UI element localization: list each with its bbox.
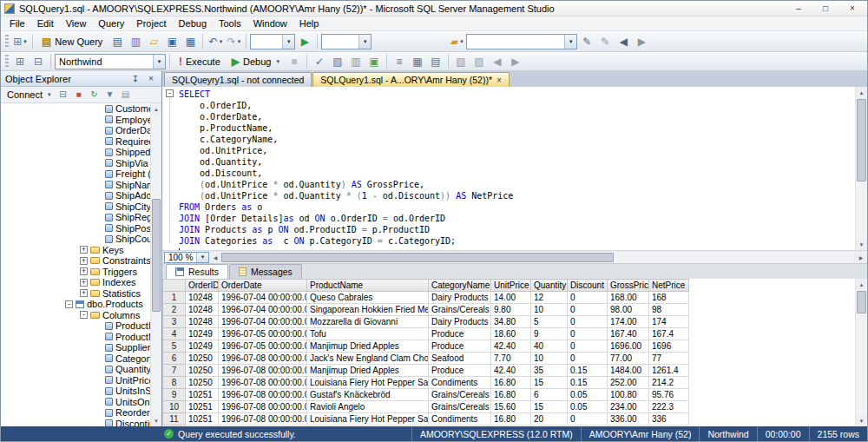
find-icon[interactable]: ✎ (578, 33, 595, 50)
grid-cell[interactable]: 1996-07-05 00:00:00.000 (219, 328, 307, 340)
dropdown-caret-icon[interactable]: ▾ (196, 253, 208, 262)
grid-cell[interactable]: 1261.4 (649, 365, 689, 377)
scroll-right-icon[interactable]: ▶ (855, 252, 867, 263)
menu-edit[interactable]: Edit (31, 17, 60, 30)
tree-item[interactable]: ShipCountry (1, 234, 150, 245)
navigate-forward-icon[interactable]: ▶ (633, 33, 650, 50)
tree-item[interactable]: ShipAddress (1, 190, 150, 201)
column-header-categoryname[interactable]: CategoryName (429, 280, 491, 292)
connect-button[interactable]: Connect▾ (3, 88, 55, 102)
tree-item[interactable]: +Keys (1, 245, 150, 256)
replace-icon[interactable]: ✎ (596, 33, 614, 50)
tree-item[interactable]: EmployeeID ( (1, 115, 150, 126)
grid-cell[interactable]: 1696.00 (608, 340, 649, 353)
scrollbar-thumb[interactable] (857, 291, 866, 313)
grid-cell[interactable]: Mozzarella di Giovanni (307, 316, 429, 328)
row-number-cell[interactable]: 3 (163, 316, 186, 328)
grid-cell[interactable]: Singaporean Hokkien Fried Mee (307, 304, 429, 316)
grid-cell[interactable]: 1996-07-08 00:00:00.000 (219, 377, 307, 389)
connect-query-icon[interactable]: ⊞ (11, 53, 29, 70)
grid-cell[interactable]: 95.76 (649, 389, 689, 401)
grid-cell[interactable]: 10249 (186, 328, 219, 340)
tree-item[interactable]: -Columns (1, 310, 150, 321)
tree-item[interactable]: RequiredDat (1, 136, 150, 148)
tree-item[interactable]: ProductNan (1, 332, 150, 343)
column-header-grossprice[interactable]: GrossPrice (608, 280, 649, 292)
tree-item[interactable]: QuantityPer (1, 364, 150, 375)
grid-cell[interactable]: 15.60 (491, 401, 531, 413)
menu-window[interactable]: Window (247, 17, 293, 30)
tab-results[interactable]: Results (166, 264, 228, 279)
grid-cell[interactable]: 0 (568, 340, 608, 353)
open-file-icon[interactable]: ▱ (145, 33, 162, 50)
filter-icon[interactable]: ▼ (103, 88, 117, 102)
grid-cell[interactable]: 1696 (649, 340, 689, 353)
grid-cell[interactable]: Seafood (429, 353, 491, 365)
column-header-discount[interactable]: Discount (568, 280, 608, 292)
menu-project[interactable]: Project (130, 17, 172, 30)
grid-cell[interactable]: 1996-07-04 00:00:00.000 (219, 304, 307, 316)
grid-cell[interactable]: 10 (531, 353, 568, 365)
collapse-icon[interactable]: - (80, 311, 88, 319)
grid-cell[interactable]: 0 (568, 413, 608, 426)
grid-corner-cell[interactable] (163, 280, 186, 292)
grid-cell[interactable]: 100.80 (608, 389, 649, 401)
scroll-up-icon[interactable]: ▲ (151, 103, 161, 115)
execute-button[interactable]: !Execute (174, 53, 226, 70)
menu-tools[interactable]: Tools (213, 17, 247, 30)
dropdown-caret-icon[interactable]: ▾ (358, 35, 371, 49)
dropdown-caret-icon[interactable]: ▾ (564, 35, 576, 49)
grid-cell[interactable]: 168.00 (608, 292, 649, 304)
grid-cell[interactable]: 1996-07-04 00:00:00.000 (219, 316, 307, 328)
grid-cell[interactable]: 1996-07-08 00:00:00.000 (219, 413, 307, 426)
toolbar-combo-2[interactable]: ▾ (321, 34, 372, 49)
results-to-text-icon[interactable]: ≡ (391, 53, 408, 70)
tree-item[interactable]: UnitsOnOrd (1, 397, 150, 408)
sql-editor[interactable]: - SELECT o.OrderID, o.OrderDate, p.Produ… (162, 87, 867, 250)
tree-item[interactable]: OrderDate (d (1, 125, 150, 136)
grid-cell[interactable]: 1484.00 (608, 365, 649, 377)
undo-icon[interactable]: ↶▾ (207, 33, 224, 50)
tree-item[interactable]: UnitsInStock (1, 386, 150, 397)
script-icon[interactable]: ▤ (119, 88, 133, 102)
grid-cell[interactable]: 222.3 (649, 401, 689, 413)
tab-close-icon[interactable]: × (496, 76, 502, 85)
grid-cell[interactable]: 42.40 (491, 365, 531, 377)
tree-item[interactable]: CustomerID ( (1, 103, 150, 115)
grid-cell[interactable]: 10248 (186, 292, 219, 304)
tree-item[interactable]: +Triggers (1, 267, 150, 278)
grid-cell[interactable]: 40 (531, 340, 568, 353)
menu-query[interactable]: Query (92, 17, 130, 30)
grid-cell[interactable]: Manjimup Dried Apples (307, 365, 429, 377)
pin-icon[interactable]: ↧ (129, 74, 141, 83)
grid-cell[interactable]: 16.80 (491, 389, 531, 401)
tree-item[interactable]: ShipVia (FK, (1, 158, 150, 169)
change-connection-icon[interactable]: ⊟ (30, 53, 47, 70)
row-number-cell[interactable]: 7 (163, 365, 186, 377)
minimize-button[interactable]: – (787, 2, 810, 16)
grid-cell[interactable]: 0.05 (568, 389, 608, 401)
scroll-up-icon[interactable]: ▲ (856, 279, 867, 290)
collapse-icon[interactable]: - (65, 300, 73, 308)
grid-cell[interactable]: 9 (531, 328, 568, 340)
dropdown-caret-icon[interactable]: ▾ (282, 35, 294, 49)
grid-cell[interactable]: Grains/Cereals (429, 304, 491, 316)
grid-cell[interactable]: 6 (531, 389, 568, 401)
tab-active-query[interactable]: SQLQuery1.sql - A...ORY\Amr Hany (52))*× (312, 72, 509, 87)
grid-cell[interactable]: 234.00 (608, 401, 649, 413)
grid-cell[interactable]: Condiments (429, 413, 491, 426)
tree-item[interactable]: ReorderLeve (1, 407, 150, 419)
scroll-down-icon[interactable]: ▼ (151, 415, 161, 426)
grid-cell[interactable]: Condiments (429, 377, 491, 389)
grid-cell[interactable]: 0.15 (568, 365, 608, 377)
column-header-quantity[interactable]: Quantity (531, 280, 568, 292)
expand-icon[interactable]: + (80, 289, 88, 297)
menu-view[interactable]: View (60, 17, 93, 30)
grid-cell[interactable]: 1996-07-08 00:00:00.000 (219, 365, 307, 377)
menu-file[interactable]: File (3, 17, 31, 30)
grid-cell[interactable]: 10 (531, 304, 568, 316)
disconnect-icon[interactable]: ⊟ (56, 88, 70, 102)
grid-cell[interactable]: 0 (568, 328, 608, 340)
row-number-cell[interactable]: 4 (163, 328, 186, 340)
scrollbar-thumb[interactable] (857, 99, 866, 181)
